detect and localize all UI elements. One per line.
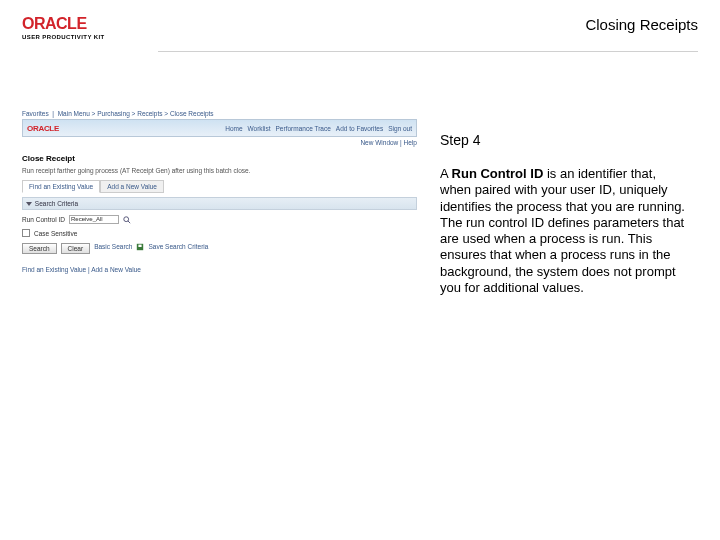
- basic-search-link[interactable]: Basic Search: [94, 243, 132, 254]
- app-topbar: ORACLE Home Worklist Performance Trace A…: [22, 119, 417, 137]
- tabs: Find an Existing Value Add a New Value: [22, 180, 417, 193]
- app-page-title: Close Receipt: [22, 154, 417, 163]
- instruction-panel: Step 4 A Run Control ID is an identifier…: [440, 132, 685, 296]
- nav-signout[interactable]: Sign out: [388, 125, 412, 132]
- run-control-input[interactable]: Receive_All: [69, 215, 119, 224]
- breadcrumb: Favorites | Main Menu > Purchasing > Rec…: [22, 110, 417, 117]
- app-page-desc: Run receipt farther going process (AT Re…: [22, 167, 417, 174]
- run-control-row: Run Control ID Receive_All: [22, 215, 417, 224]
- case-sensitive-checkbox[interactable]: [22, 229, 30, 237]
- page-header: ORACLE USER PRODUCTIVITY KIT Closing Rec…: [22, 16, 698, 48]
- nav-worklist[interactable]: Worklist: [248, 125, 271, 132]
- page-title: Closing Receipts: [585, 16, 698, 33]
- app-subline: New Window | Help: [22, 139, 417, 146]
- section-search-criteria: Search Criteria: [22, 197, 417, 210]
- tab-add-new[interactable]: Add a New Value: [100, 180, 164, 193]
- header-rule: [158, 51, 698, 52]
- clear-button[interactable]: Clear: [61, 243, 91, 254]
- nav-perf-trace[interactable]: Performance Trace: [276, 125, 331, 132]
- app-topnav: Home Worklist Performance Trace Add to F…: [225, 125, 412, 132]
- svg-point-0: [124, 217, 129, 222]
- app-logo: ORACLE: [27, 124, 59, 133]
- button-row: Search Clear Basic Search Save Search Cr…: [22, 243, 417, 254]
- tab-find-existing[interactable]: Find an Existing Value: [22, 180, 100, 193]
- upk-subtitle: USER PRODUCTIVITY KIT: [22, 34, 698, 40]
- save-search-link[interactable]: Save Search Criteria: [148, 243, 208, 254]
- case-sensitive-label: Case Sensitive: [34, 230, 77, 237]
- svg-line-1: [128, 221, 130, 223]
- app-screenshot: Favorites | Main Menu > Purchasing > Rec…: [22, 110, 417, 273]
- expand-icon: [26, 202, 32, 206]
- case-sensitive-row: Case Sensitive: [22, 229, 417, 237]
- app-footer-links: Find an Existing Value | Add a New Value: [22, 266, 417, 273]
- nav-home[interactable]: Home: [225, 125, 242, 132]
- step-label: Step 4: [440, 132, 685, 148]
- search-icon[interactable]: [123, 216, 131, 224]
- run-control-label: Run Control ID: [22, 216, 65, 223]
- nav-add-fav[interactable]: Add to Favorites: [336, 125, 383, 132]
- search-button[interactable]: Search: [22, 243, 57, 254]
- svg-rect-3: [139, 245, 142, 247]
- instruction-body: A Run Control ID is an identifier that, …: [440, 166, 685, 296]
- save-icon: [136, 243, 144, 254]
